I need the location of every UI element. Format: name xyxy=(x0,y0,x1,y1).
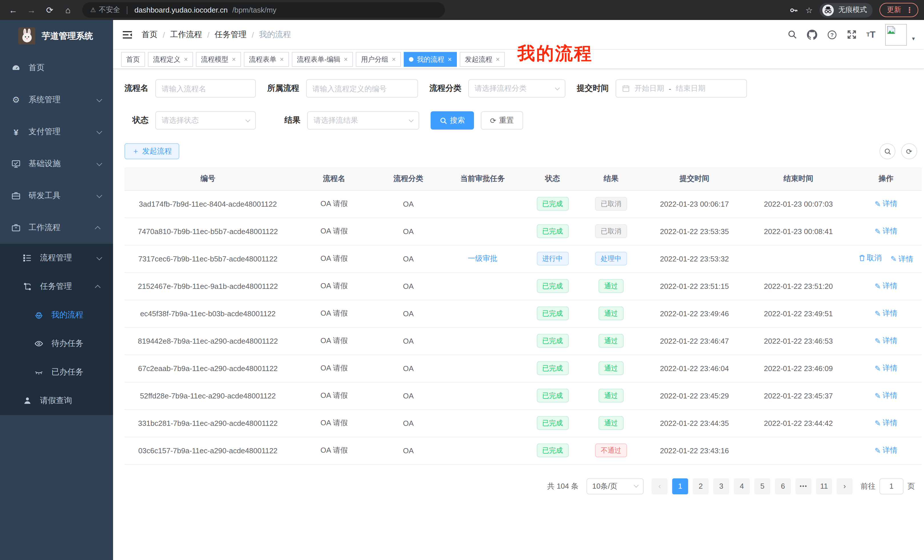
sidebar-item-leave-query[interactable]: 请假查询 xyxy=(0,386,113,415)
close-icon[interactable]: × xyxy=(344,55,348,63)
reset-button[interactable]: ⟳ 重置 xyxy=(481,111,523,130)
cell-task xyxy=(440,190,525,217)
detail-link[interactable]: ✎详情 xyxy=(874,335,897,346)
tab-process-form[interactable]: 流程表单 × xyxy=(244,52,289,67)
help-icon[interactable]: ? xyxy=(827,29,837,40)
cell-category: OA xyxy=(377,300,440,327)
browser-home-icon[interactable]: ⌂ xyxy=(60,3,75,17)
sidebar-item-process-management[interactable]: 流程管理 xyxy=(0,244,113,272)
goto-page-input[interactable] xyxy=(879,478,903,494)
detail-link[interactable]: ✎详情 xyxy=(874,281,897,291)
breadcrumb-home[interactable]: 首页 xyxy=(142,29,158,40)
detail-link[interactable]: ✎详情 xyxy=(891,254,914,264)
close-icon[interactable]: × xyxy=(448,55,452,63)
detail-link[interactable]: ✎详情 xyxy=(874,363,897,373)
sidebar-item-system[interactable]: ⚙ 系统管理 xyxy=(0,84,113,116)
font-size-icon[interactable]: TT xyxy=(866,29,876,40)
result-badge: 处理中 xyxy=(595,252,627,265)
next-page-button[interactable]: › xyxy=(837,478,853,494)
sidebar-item-infrastructure[interactable]: 基础设施 xyxy=(0,148,113,180)
app-logo-row[interactable]: 芋道管理系统 xyxy=(0,20,113,52)
detail-link[interactable]: ✎详情 xyxy=(874,445,897,455)
page-size-select[interactable]: 10条/页 xyxy=(586,478,644,494)
page-button-6[interactable]: 6 xyxy=(775,478,791,494)
tab-home[interactable]: 首页 xyxy=(121,52,145,67)
prev-page-button[interactable]: ‹ xyxy=(652,478,668,494)
cancel-link[interactable]: 取消 xyxy=(859,253,882,264)
close-icon[interactable]: × xyxy=(232,55,236,63)
detail-link[interactable]: ✎详情 xyxy=(874,418,897,428)
sidebar-item-my-process[interactable]: 我的流程 xyxy=(0,301,113,329)
sidebar-item-workflow[interactable]: 工作流程 xyxy=(0,212,113,244)
cell-id: 7317cec6-7b9b-11ec-b5b7-acde48001122 xyxy=(124,245,291,272)
sidebar-collapse-icon[interactable] xyxy=(122,30,132,39)
update-label: 更新 xyxy=(887,5,901,15)
page-button-3[interactable]: 3 xyxy=(713,478,729,494)
tab-process-definition[interactable]: 流程定义 × xyxy=(148,52,193,67)
tab-label: 流程模型 xyxy=(201,54,228,64)
page-button-1[interactable]: 1 xyxy=(672,478,688,494)
sidebar-item-home[interactable]: 首页 xyxy=(0,52,113,84)
detail-link[interactable]: ✎详情 xyxy=(874,391,897,401)
cell-id: 2152467e-7b9b-11ec-9a1b-acde48001122 xyxy=(124,272,291,300)
submit-time-range-picker[interactable]: 开始日期 - 结束日期 xyxy=(616,79,747,97)
sidebar-item-devtools[interactable]: 研发工具 xyxy=(0,180,113,212)
detail-link[interactable]: ✎详情 xyxy=(874,226,897,236)
browser-reload-icon[interactable]: ⟳ xyxy=(42,3,57,17)
sidebar-item-done-tasks[interactable]: 已办任务 xyxy=(0,358,113,386)
warning-icon: ⚠ xyxy=(90,6,96,14)
close-icon[interactable]: × xyxy=(280,55,284,63)
status-select[interactable]: 请选择状态 xyxy=(155,111,256,130)
current-task-link[interactable]: 一级审批 xyxy=(468,254,497,263)
browser-back-icon[interactable]: ← xyxy=(6,3,21,17)
table-row: 03c6c157-7b9a-11ec-a290-acde48001122 OA … xyxy=(124,437,922,464)
start-process-button[interactable]: ＋ 发起流程 xyxy=(124,143,179,159)
close-icon[interactable]: × xyxy=(184,55,188,63)
cell-task xyxy=(440,327,525,355)
page-button-5[interactable]: 5 xyxy=(754,478,770,494)
refresh-button[interactable]: ⟳ xyxy=(901,143,917,159)
breadcrumb-workflow[interactable]: 工作流程 xyxy=(170,29,202,40)
hide-search-button[interactable] xyxy=(879,143,896,159)
process-table: 编号 流程名 流程分类 当前审批任务 状态 结果 提交时间 结束时间 操作 xyxy=(124,167,922,464)
sidebar-item-payment[interactable]: ¥ 支付管理 xyxy=(0,116,113,148)
close-icon[interactable]: × xyxy=(392,55,396,63)
browser-menu-kebab-icon[interactable]: ⋮ xyxy=(906,6,913,14)
process-definition-input[interactable] xyxy=(306,79,418,97)
search-icon[interactable] xyxy=(788,30,797,39)
tab-user-group[interactable]: 用户分组 × xyxy=(356,52,401,67)
sidebar-item-label: 请假查询 xyxy=(40,395,72,406)
site-security[interactable]: ⚠ 不安全 xyxy=(90,5,120,15)
tab-process-model[interactable]: 流程模型 × xyxy=(196,52,241,67)
page-button-2[interactable]: 2 xyxy=(693,478,709,494)
page-button-11[interactable]: 11 xyxy=(816,478,832,494)
github-icon[interactable] xyxy=(807,29,817,40)
avatar-caret-icon[interactable]: ▾ xyxy=(912,35,915,42)
process-category-select[interactable]: 请选择流程分类 xyxy=(468,79,566,97)
search-button[interactable]: 搜索 xyxy=(430,111,474,130)
goto-page: 前往 页 xyxy=(861,478,915,494)
app-logo xyxy=(18,27,35,45)
detail-link[interactable]: ✎详情 xyxy=(874,308,897,319)
close-icon[interactable]: × xyxy=(496,55,500,63)
tab-start-process[interactable]: 发起流程 × xyxy=(460,52,505,67)
tab-my-process[interactable]: 我的流程 × xyxy=(404,52,457,67)
cell-category: OA xyxy=(377,409,440,437)
browser-update-button[interactable]: 更新 ⋮ xyxy=(879,3,918,17)
sidebar-item-todo-tasks[interactable]: 待办任务 xyxy=(0,329,113,358)
breadcrumb-task-management[interactable]: 任务管理 xyxy=(215,29,247,40)
trash-icon xyxy=(859,255,865,262)
avatar[interactable] xyxy=(885,24,907,45)
bookmark-star-icon[interactable]: ☆ xyxy=(806,5,813,15)
page-button-4[interactable]: 4 xyxy=(734,478,750,494)
result-select[interactable]: 请选择流结果 xyxy=(307,111,419,130)
fullscreen-icon[interactable] xyxy=(847,30,856,39)
sidebar-item-task-management[interactable]: 任务管理 xyxy=(0,272,113,301)
browser-forward-icon[interactable]: → xyxy=(24,3,39,17)
tab-process-form-edit[interactable]: 流程表单-编辑 × xyxy=(292,52,353,67)
address-bar[interactable]: ⚠ 不安全 dashboard.yudao.iocoder.cn/bpm/tas… xyxy=(82,2,445,18)
more-pages-button[interactable]: ••• xyxy=(795,478,812,494)
process-name-input[interactable] xyxy=(155,79,256,97)
detail-link[interactable]: ✎详情 xyxy=(874,199,897,209)
key-icon[interactable] xyxy=(789,5,799,15)
